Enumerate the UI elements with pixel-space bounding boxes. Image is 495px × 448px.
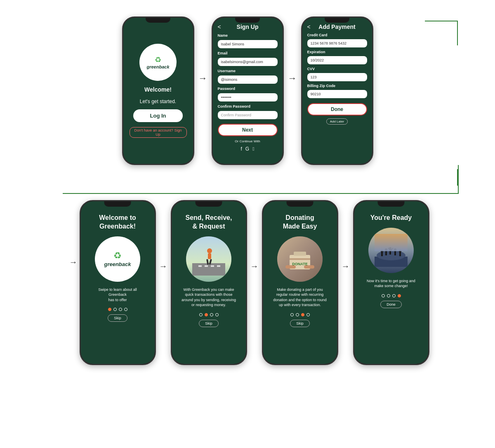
field-label-email: Email (218, 51, 278, 55)
skip-button-2[interactable]: Skip (199, 320, 219, 327)
dots-ob3 (290, 313, 310, 316)
dot-1-4 (124, 308, 127, 311)
dot-2-1 (199, 313, 203, 316)
phone-welcome: ♻ greenback Welcome! Let's get started. … (122, 17, 194, 165)
field-input-email[interactable]: isabelsimons@gmail.com (218, 58, 278, 66)
dot-3-2 (296, 313, 299, 316)
svg-rect-26 (399, 252, 401, 256)
field-input-confirm-password[interactable]: Confirm Password (218, 111, 278, 119)
dot-3-1 (290, 313, 294, 316)
field-input-username[interactable]: @isimons (218, 75, 278, 84)
onboard-content-4: You're Ready (354, 201, 428, 364)
dot-4-4 (398, 294, 401, 297)
onboard-content-1: Welcome toGreenback! ♻ greenback Swipe t… (81, 201, 155, 364)
back-arrow-signup[interactable]: < (218, 24, 221, 30)
svg-rect-4 (217, 265, 220, 267)
field-input-name[interactable]: Isabel Simons (218, 40, 278, 48)
arrow-left-onboard: → (69, 257, 78, 267)
dot-2-4 (215, 313, 219, 316)
dot-4-1 (382, 294, 385, 297)
dots-ob4 (382, 294, 401, 297)
street-svg (192, 243, 225, 276)
dot-1-1 (108, 308, 111, 311)
dot-3-4 (306, 313, 310, 316)
welcome-screen-content: ♻ greenback Welcome! Let's get started. … (123, 18, 193, 164)
svg-rect-2 (205, 265, 208, 267)
phone-notch-1 (146, 18, 170, 23)
onboard-sub-3: Make donating a part of youregular routi… (271, 287, 329, 308)
apple-icon[interactable]:  (252, 146, 254, 152)
svg-rect-0 (192, 263, 225, 276)
onboard-sub-4: Now it's time to get going andmake some … (365, 278, 417, 289)
field-input-password[interactable]: •••••••• (218, 93, 278, 101)
svg-rect-11 (294, 252, 306, 256)
screen-signup: < Sign Up Name Isabel Simons Email isabe… (213, 18, 283, 164)
street-scene-bg (186, 236, 231, 282)
facebook-icon[interactable]: f (240, 146, 242, 152)
svg-point-5 (207, 248, 212, 253)
done-button-onboard[interactable]: Done (380, 301, 402, 308)
signup-link[interactable]: Don't have an account? Sign Up (130, 127, 187, 138)
phone-onboard-4: You're Ready (353, 200, 429, 365)
street-image (186, 236, 231, 282)
notch-ob4 (378, 201, 405, 207)
svg-rect-29 (375, 234, 408, 251)
phone-onboard-1: Welcome toGreenback! ♻ greenback Swipe t… (80, 200, 156, 365)
login-button[interactable]: Log In (133, 109, 183, 122)
ready-svg (375, 234, 408, 267)
phone-payment: < Add Payment Credit Card 1234 5678 9876… (301, 17, 373, 165)
dots-ob2 (199, 313, 219, 316)
phone-notch-2 (235, 18, 260, 23)
field-input-expiry[interactable]: 10/2022 (307, 56, 367, 64)
donate-scene-bg: DONATE (277, 236, 323, 282)
arrow-2: → (288, 73, 297, 84)
onboard-sub-2: With Greenback you can makequick transac… (179, 287, 238, 308)
arrow-ob-1-2: → (159, 262, 167, 271)
field-input-cvv[interactable]: 123 (307, 73, 367, 81)
field-label-zip: Billing Zip Code (307, 84, 367, 88)
google-icon[interactable]: G (245, 146, 249, 152)
screen-ob1: Welcome toGreenback! ♻ greenback Swipe t… (81, 201, 155, 364)
signup-header: < Sign Up (218, 24, 278, 30)
svg-rect-14 (304, 265, 314, 269)
back-arrow-payment[interactable]: < (307, 24, 311, 30)
arrow-1: → (198, 73, 207, 84)
social-icons: f G  (218, 146, 278, 152)
onboard-title-2: Send, Receive,& Request (186, 214, 232, 231)
ready-scene-bg (368, 228, 414, 273)
welcome-text: Welcome! (144, 86, 172, 94)
brand-name-1: greenback (146, 64, 169, 69)
signup-title: Sign Up (237, 24, 259, 30)
payment-screen-content: < Add Payment Credit Card 1234 5678 9876… (302, 18, 372, 164)
recycle-icon: ♻ (155, 55, 161, 64)
field-input-zip[interactable]: 90210 (307, 90, 367, 98)
svg-rect-13 (285, 265, 296, 269)
field-label-name: Name (218, 33, 278, 38)
payment-title: Add Payment (318, 24, 355, 30)
phone-signup: < Sign Up Name Isabel Simons Email isabe… (212, 17, 284, 165)
add-later-link[interactable]: Add Later (326, 118, 348, 125)
field-label-password: Password (218, 87, 278, 91)
main-container: ♻ greenback Welcome! Let's get started. … (0, 0, 495, 380)
onboard-content-2: Send, Receive,& Request (172, 201, 246, 364)
svg-rect-3 (211, 265, 214, 267)
skip-button-3[interactable]: Skip (290, 320, 310, 327)
svg-rect-6 (208, 253, 211, 259)
notch-ob1 (104, 201, 131, 207)
logo-circle: ♻ greenback (139, 44, 177, 81)
notch-ob3 (287, 201, 314, 207)
donate-svg: DONATE (283, 243, 316, 276)
next-button[interactable]: Next (218, 124, 278, 136)
bottom-section: → Welcome toGreenback! ♻ greenback Swipe… (12, 194, 483, 371)
field-input-cc[interactable]: 1234 5678 9876 5432 (307, 39, 367, 47)
dot-4-3 (392, 294, 396, 297)
dot-1-2 (113, 308, 117, 311)
ready-image (368, 228, 414, 273)
notch-ob2 (196, 201, 222, 207)
done-button[interactable]: Done (307, 103, 367, 116)
onboard-title-4: You're Ready (370, 214, 412, 222)
phone-notch-3 (325, 18, 349, 23)
screen-payment: < Add Payment Credit Card 1234 5678 9876… (302, 18, 372, 164)
skip-button-1[interactable]: Skip (108, 314, 127, 322)
screen-ob2: Send, Receive,& Request (172, 201, 246, 364)
